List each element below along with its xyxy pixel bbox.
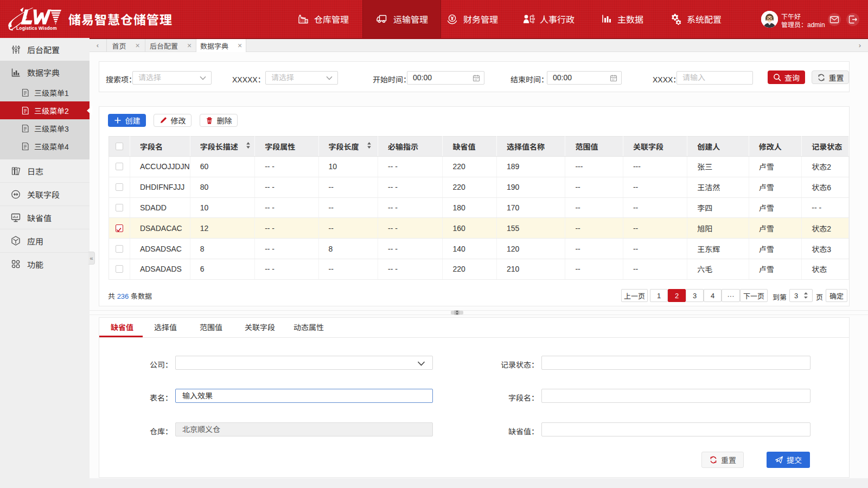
svg-text:Logistics Wisdom: Logistics Wisdom — [16, 25, 57, 31]
